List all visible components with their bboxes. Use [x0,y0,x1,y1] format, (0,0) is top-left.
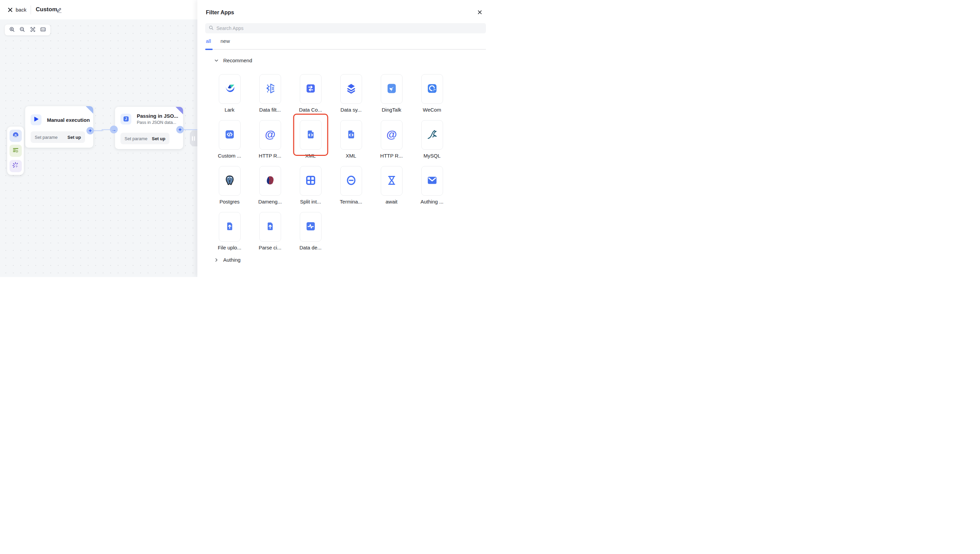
app-item-xml[interactable]: XML [331,120,371,159]
app-tile[interactable] [219,212,240,242]
app-tile[interactable] [340,166,362,196]
add-node-button[interactable]: + [86,127,94,134]
app-item-file-uplo[interactable]: File uplo... [209,212,250,251]
app-item-mysql[interactable]: MySQL [412,120,452,159]
tab-new[interactable]: new [221,38,230,48]
dameng-icon [264,174,276,188]
back-button[interactable]: back [8,7,27,13]
app-label: await [385,199,398,205]
app-item-xml[interactable]: XML [290,120,331,159]
app-item-lark[interactable]: Lark [209,74,250,113]
app-label: XML [346,153,356,159]
app-tile[interactable] [300,74,321,104]
app-item-wecom[interactable]: WeCom [412,74,452,113]
edit-title-button[interactable] [56,6,62,14]
node-passing-in-json[interactable]: J Passing in JSO... Pass in JSON data...… [115,107,183,149]
app-item-split-int[interactable]: Split int... [290,166,331,205]
node-app-badge [30,115,41,125]
app-label: Lark [224,107,234,113]
zoom-in-icon [9,26,15,34]
app-item-data-sy[interactable]: Data sy... [331,74,371,113]
app-tile[interactable] [300,166,321,196]
trigger-node-button[interactable] [10,130,22,142]
zoom-in-button[interactable] [8,26,16,34]
app-tile[interactable] [421,120,443,150]
fit-view-button[interactable] [29,26,37,34]
workflow-canvas[interactable]: 1:1 Manual execution Set parame Set up [0,19,197,277]
svg-text:1:1: 1:1 [41,29,45,30]
app-tile[interactable]: @ [259,120,281,150]
app-label: Data sy... [340,107,361,113]
xml-icon [305,129,317,142]
flow-settings-button[interactable] [10,145,22,157]
app-tile[interactable] [340,120,362,150]
node-setup-bar[interactable]: Set parame Set up [30,131,85,143]
set-up-button[interactable]: Set up [67,135,81,140]
panel-title: Filter Apps [206,10,234,16]
app-tile[interactable] [381,74,402,104]
app-item-http-r[interactable]: @HTTP R... [250,120,290,159]
app-tile[interactable] [219,120,240,150]
chevron-right-icon [215,258,218,262]
trigger-icon [11,131,20,140]
set-up-button[interactable]: Set up [152,136,165,141]
app-search-box[interactable] [205,23,486,33]
app-tile[interactable] [421,166,443,196]
app-tile[interactable] [300,212,321,242]
app-label: HTTP R... [380,153,402,159]
panel-close-button[interactable] [477,10,482,16]
app-label: Postgres [220,199,240,205]
app-item-data-co[interactable]: Data Co... [290,74,331,113]
app-item-authing[interactable]: Authing ... [412,166,452,205]
app-tile[interactable] [259,74,281,104]
search-input[interactable] [216,25,482,31]
app-tile[interactable] [381,166,402,196]
app-tile[interactable]: @ [381,120,402,150]
app-tile[interactable] [300,120,321,150]
app-label: Custom ... [218,153,241,159]
app-item-dingtalk[interactable]: DingTalk [371,74,412,113]
app-tile[interactable] [259,212,281,242]
action-node-button[interactable] [10,160,22,172]
zoom-out-button[interactable] [19,26,26,34]
add-node-button[interactable]: + [176,126,184,134]
editor-header: back Custom [0,0,197,19]
data-detect-icon [305,221,317,234]
app-tile[interactable] [259,166,281,196]
one-to-one-zoom-button[interactable]: 1:1 [40,26,47,34]
section-recommend[interactable]: Recommend [215,57,252,63]
app-label: MySQL [423,153,440,159]
data-filter-icon [264,82,276,96]
app-item-dameng[interactable]: Dameng... [250,166,290,205]
app-tile[interactable] [219,74,240,104]
terminate-icon [345,174,357,188]
app-tile[interactable] [340,74,362,104]
node-setup-bar[interactable]: Set parame Set up [121,133,169,144]
connector-arrow[interactable]: → [110,126,118,134]
app-item-data-filt[interactable]: Data filt... [250,74,290,113]
node-manual-execution[interactable]: Manual execution Set parame Set up [25,106,93,148]
app-tile[interactable] [219,166,240,196]
app-filter-tabs: all new [206,38,230,48]
app-item-await[interactable]: await [371,166,412,205]
section-label: Recommend [223,57,252,63]
tab-all[interactable]: all [206,38,211,48]
app-label: WeCom [423,107,441,113]
apps-grid: LarkData filt...Data Co...Data sy...Ding… [209,74,452,251]
section-authing[interactable]: Authing [215,257,240,263]
node-title: Manual execution [47,117,88,123]
app-item-postgres[interactable]: Postgres [209,166,250,205]
app-item-data-de[interactable]: Data de... [290,212,331,251]
postgres-icon [224,174,236,188]
app-tile[interactable] [421,74,443,104]
app-item-termina[interactable]: Termina... [331,166,371,205]
play-icon [33,116,39,123]
header-divider [30,5,31,14]
one-to-one-icon: 1:1 [40,26,46,34]
app-label: Authing ... [421,199,444,205]
app-item-parse-ci[interactable]: Parse ci... [250,212,290,251]
app-item-http-r[interactable]: @HTTP R... [371,120,412,159]
app-item-custom[interactable]: Custom ... [209,120,250,159]
http-request-icon: @ [385,127,398,143]
data-sync-icon [345,82,357,96]
